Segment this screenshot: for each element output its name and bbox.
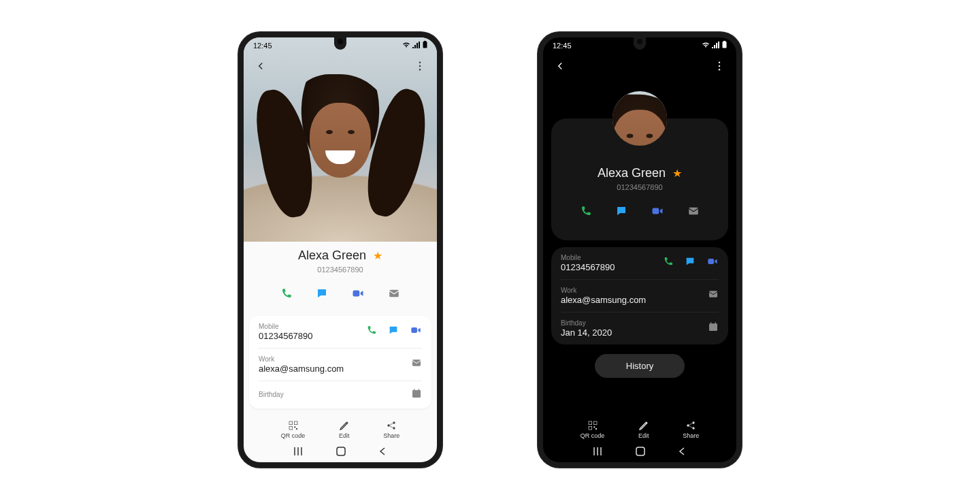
svg-rect-1 <box>423 42 427 48</box>
row-message-icon[interactable] <box>388 325 399 338</box>
back-button[interactable] <box>255 60 267 75</box>
email-icon[interactable] <box>388 287 400 302</box>
svg-rect-0 <box>424 41 426 42</box>
signal-icon <box>712 42 720 50</box>
svg-rect-38 <box>595 428 597 430</box>
svg-rect-8 <box>412 359 421 366</box>
camera-notch <box>634 37 646 50</box>
phone-light-mode: 12:45 Alexa Green ★ 01234567890 <box>238 32 442 468</box>
svg-rect-30 <box>709 291 717 297</box>
svg-rect-36 <box>589 426 592 430</box>
contact-name: Alexa Green <box>598 166 666 180</box>
video-call-icon[interactable] <box>651 205 664 220</box>
contact-header-card: Alexa Green ★ 01234567890 <box>551 118 728 240</box>
nav-home-icon[interactable] <box>636 447 645 459</box>
svg-rect-12 <box>419 389 419 391</box>
history-button[interactable]: History <box>595 354 685 378</box>
svg-rect-33 <box>715 322 716 324</box>
email-icon[interactable] <box>687 205 700 220</box>
back-button[interactable] <box>554 60 566 75</box>
svg-point-24 <box>719 61 720 63</box>
status-time: 12:45 <box>253 42 272 50</box>
wifi-icon <box>702 42 710 50</box>
svg-rect-29 <box>708 259 714 264</box>
svg-rect-7 <box>411 327 417 333</box>
status-time: 12:45 <box>553 42 572 50</box>
row-video-icon[interactable] <box>410 325 422 338</box>
call-icon[interactable] <box>580 205 592 220</box>
more-options-button[interactable] <box>713 60 725 75</box>
row-call-icon[interactable] <box>366 325 377 338</box>
favorite-star-icon[interactable]: ★ <box>373 249 382 262</box>
row-video-icon[interactable] <box>706 256 719 270</box>
contact-name: Alexa Green <box>298 248 366 263</box>
svg-point-39 <box>687 424 689 426</box>
svg-rect-27 <box>653 208 659 214</box>
mobile-value[interactable]: 01234567890 <box>259 331 313 341</box>
svg-rect-37 <box>593 426 595 428</box>
mobile-label: Mobile <box>561 254 615 261</box>
call-icon[interactable] <box>280 287 293 302</box>
svg-rect-6 <box>389 289 399 297</box>
work-label: Work <box>561 287 646 294</box>
birthday-label: Birthday <box>259 391 284 398</box>
work-value[interactable]: alexa@samsung.com <box>259 364 344 374</box>
row-email-icon[interactable] <box>411 357 422 371</box>
row-calendar-icon[interactable] <box>708 321 719 335</box>
svg-point-40 <box>693 421 695 423</box>
nav-bar <box>543 443 736 462</box>
nav-back-icon[interactable] <box>677 447 687 459</box>
row-email-icon[interactable] <box>708 289 719 302</box>
app-top-bar <box>244 54 437 81</box>
svg-rect-28 <box>689 207 698 214</box>
mobile-label: Mobile <box>259 323 313 330</box>
svg-point-3 <box>419 65 421 66</box>
battery-icon <box>423 41 427 50</box>
work-value[interactable]: alexa@samsung.com <box>561 295 646 305</box>
svg-point-25 <box>719 65 720 66</box>
svg-point-26 <box>719 69 720 70</box>
mobile-value[interactable]: 01234567890 <box>561 262 615 272</box>
svg-rect-31 <box>709 323 717 331</box>
camera-notch <box>334 37 346 50</box>
nav-recents-icon[interactable] <box>593 446 604 460</box>
svg-point-4 <box>419 69 421 70</box>
qr-code-button[interactable]: QR code <box>581 420 605 439</box>
birthday-label: Birthday <box>561 319 612 327</box>
contact-primary-number: 01234567890 <box>561 183 719 201</box>
svg-rect-23 <box>723 42 727 48</box>
edit-button[interactable]: Edit <box>638 420 649 439</box>
svg-rect-34 <box>589 421 592 425</box>
svg-rect-42 <box>636 447 644 455</box>
svg-rect-5 <box>353 290 360 296</box>
favorite-star-icon[interactable]: ★ <box>672 167 682 180</box>
row-call-icon[interactable] <box>663 256 674 270</box>
svg-rect-11 <box>414 389 414 391</box>
message-icon[interactable] <box>615 205 627 220</box>
svg-point-2 <box>419 61 421 63</box>
message-icon[interactable] <box>316 287 328 302</box>
video-call-icon[interactable] <box>351 287 365 302</box>
contact-avatar[interactable] <box>612 91 667 146</box>
battery-icon <box>722 41 727 50</box>
share-button[interactable]: Share <box>683 420 699 439</box>
more-options-button[interactable] <box>414 60 426 75</box>
svg-rect-32 <box>710 322 711 324</box>
svg-rect-10 <box>412 390 421 392</box>
app-top-bar <box>543 54 736 81</box>
phone-dark-mode: 12:45 Alexa Green ★ 01234567890 <box>538 32 742 468</box>
contact-primary-number: 01234567890 <box>244 265 437 283</box>
row-message-icon[interactable] <box>685 256 696 270</box>
signal-icon <box>412 42 421 50</box>
svg-rect-35 <box>593 421 597 425</box>
wifi-icon <box>402 42 410 50</box>
svg-point-41 <box>693 427 695 429</box>
birthday-value[interactable]: Jan 14, 2020 <box>561 327 612 338</box>
work-label: Work <box>259 355 344 363</box>
svg-rect-22 <box>723 41 725 42</box>
row-calendar-icon[interactable] <box>411 388 422 402</box>
